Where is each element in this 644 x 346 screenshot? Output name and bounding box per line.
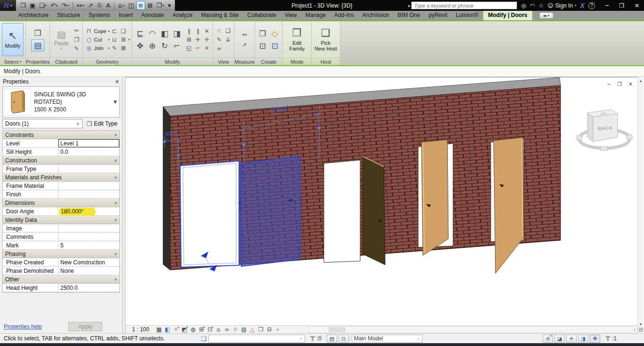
edit-family-button[interactable]: ❒ EditFamily xyxy=(285,23,309,56)
tab-pyrevit[interactable]: pyRevit xyxy=(424,10,452,20)
unjoin-icon[interactable]: ⊞ xyxy=(119,36,127,43)
selection-filter-icon[interactable] xyxy=(605,336,611,341)
view-minimize-icon[interactable]: ─ xyxy=(607,81,611,87)
measure-between-icon[interactable]: ↗ xyxy=(240,41,248,49)
tab-systems[interactable]: Systems xyxy=(84,10,115,20)
stereo-view-icon[interactable]: ❐ xyxy=(257,326,265,333)
worksets-combo[interactable]: ∨ xyxy=(208,335,305,343)
aligned-dimension-icon[interactable]: ↗ xyxy=(86,1,94,10)
property-value[interactable] xyxy=(58,224,119,232)
group-header[interactable]: Phasing» xyxy=(3,250,119,258)
collapse-chevron-icon[interactable]: » xyxy=(113,278,118,281)
scroll-right-icon[interactable]: › xyxy=(634,327,637,333)
group-header[interactable]: Materials and Finishes» xyxy=(3,173,119,182)
create-assembly-icon[interactable]: ◇ xyxy=(269,28,281,39)
application-menu-button[interactable]: R▾ xyxy=(0,0,16,11)
close-button[interactable]: ✕ xyxy=(635,2,639,9)
cut-label[interactable]: Cut xyxy=(94,37,107,42)
vertical-scrollbar[interactable]: ▲ ▼ xyxy=(637,77,644,333)
temporary-view-properties-icon[interactable]: ▤ xyxy=(240,326,248,333)
tab-insert[interactable]: Insert xyxy=(115,10,137,20)
property-value[interactable]: None xyxy=(58,267,119,275)
trim-corner-icon[interactable]: ⌐ xyxy=(194,44,202,52)
view-scale[interactable]: 1 : 100 xyxy=(132,326,149,333)
dark-door-panel[interactable] xyxy=(363,156,385,265)
autodesk-app-store-icon[interactable]: X xyxy=(580,2,585,9)
collapse-chevron-icon[interactable]: » xyxy=(113,253,118,255)
selected-door-panel[interactable] xyxy=(241,156,300,266)
search-input[interactable] xyxy=(411,1,517,9)
pin-lock-icon[interactable]: ✛ xyxy=(203,36,211,43)
select-elements-by-face-toggle[interactable]: ◨ xyxy=(578,335,588,343)
unlocked-3d-view-icon[interactable]: ⌂ xyxy=(215,326,223,333)
mirror-pick-axis-icon[interactable]: ◧ xyxy=(159,28,170,39)
create-parts-icon[interactable]: ⊡ xyxy=(269,41,281,51)
offset-icon[interactable]: ◠ xyxy=(147,28,158,39)
analytical-model-icon[interactable]: △ xyxy=(248,326,256,333)
copy-modify-icon[interactable]: ⊕ xyxy=(147,41,158,51)
demolish-icon[interactable]: ⊠ xyxy=(119,44,127,52)
cut-geometry-icon[interactable]: ○ xyxy=(85,36,93,43)
close-icon[interactable]: ✕ xyxy=(115,79,119,85)
dimension-grip[interactable] xyxy=(177,154,180,157)
render-in-cloud-icon[interactable]: ❑ xyxy=(224,27,232,34)
search-go-icon[interactable]: ▸ xyxy=(408,3,411,8)
category-filter-combo[interactable]: Doors (1)∨ xyxy=(2,119,83,128)
view-cube[interactable]: TOP BACK xyxy=(576,110,632,151)
type-selector[interactable]: SINGLE SWING (3D ROTATED) 1500 X 2500 ▼ xyxy=(2,86,120,118)
close-hidden-windows-icon[interactable]: ⊠ xyxy=(146,1,154,10)
sun-path-icon[interactable]: ☀✕ xyxy=(172,326,180,333)
chevron-down-icon[interactable]: ▼ xyxy=(114,100,117,104)
measure-ruler-icon[interactable]: ↔ xyxy=(240,31,248,38)
editable-only-toggle[interactable]: ▤ xyxy=(327,335,337,343)
wall-joins-icon[interactable]: ⊔ xyxy=(110,36,118,43)
scrollbar-thumb[interactable] xyxy=(329,327,346,332)
properties-big-icon[interactable]: ❒ xyxy=(32,28,43,38)
property-value[interactable]: Level 1 xyxy=(58,139,119,147)
temporary-hide-isolate-icon[interactable]: ∞ xyxy=(223,326,231,333)
collapse-chevron-icon[interactable]: » xyxy=(113,219,118,221)
panel-caption-create[interactable]: Create xyxy=(255,58,282,65)
tab-manage[interactable]: Manage xyxy=(301,10,330,20)
brush-icon[interactable]: ✎ xyxy=(215,36,223,43)
tan-door-panel-1[interactable] xyxy=(421,140,448,255)
panel-caption-modify[interactable]: Modify xyxy=(132,58,213,65)
property-value[interactable] xyxy=(58,190,119,198)
panel-caption-properties[interactable]: Properties xyxy=(26,58,50,65)
panel-caption-geometry[interactable]: Geometry xyxy=(83,58,132,65)
group-header[interactable]: Identity Data» xyxy=(3,216,119,224)
reveal-hidden-elements-icon[interactable]: ☼ xyxy=(231,326,239,333)
collapse-chevron-icon[interactable]: » xyxy=(113,202,118,204)
tab-lumion-[interactable]: Lumion® xyxy=(452,10,483,20)
cope-label[interactable]: Cope xyxy=(94,28,107,34)
section-box-icon[interactable]: ⊟ xyxy=(265,326,273,333)
panel-caption-clipboard[interactable]: Clipboard xyxy=(50,58,83,65)
group-header[interactable]: Construction» xyxy=(3,156,119,165)
cut-icon[interactable]: ✂ xyxy=(73,27,81,34)
tag-by-category-icon[interactable]: ① xyxy=(95,1,104,10)
crop-region-visibility-icon[interactable]: ⊡✕ xyxy=(206,326,214,333)
ribbon-collapse-button[interactable]: ▬▾ xyxy=(539,12,553,19)
thin-lines-icon[interactable]: ≡ xyxy=(136,1,145,10)
property-value[interactable] xyxy=(58,165,119,173)
tab-view[interactable]: View xyxy=(281,10,301,20)
tab-annotate[interactable]: Annotate xyxy=(137,10,168,20)
collapse-chevron-icon[interactable]: » xyxy=(113,134,118,136)
unpin-icon[interactable]: ✕ xyxy=(203,27,211,35)
scroll-up-icon[interactable]: ▲ xyxy=(640,77,642,84)
property-value[interactable]: 0.0 xyxy=(58,148,119,156)
scroll-down-icon[interactable]: ▼ xyxy=(640,321,642,328)
join-icon[interactable]: ◎ xyxy=(85,44,93,52)
property-value[interactable]: 180.000° xyxy=(58,207,119,215)
paint-icon[interactable]: ❑ xyxy=(119,27,127,35)
tab-architecture[interactable]: Architecture xyxy=(14,10,53,20)
scale-icon[interactable]: ◱ xyxy=(185,44,193,52)
crop-view-icon[interactable]: ⊞✕ xyxy=(198,326,206,333)
transfer-icon[interactable]: ❑▾ xyxy=(38,1,48,10)
properties-palette-icon[interactable]: ▤ xyxy=(31,39,44,51)
create-group-icon[interactable]: ⊡ xyxy=(257,41,268,51)
viewcube-back-label[interactable]: BACK xyxy=(598,125,613,131)
view-close-icon[interactable]: ✕ xyxy=(628,81,633,87)
property-value[interactable]: 2500.0 xyxy=(58,284,119,292)
rotate-icon[interactable]: ↻ xyxy=(159,41,170,51)
